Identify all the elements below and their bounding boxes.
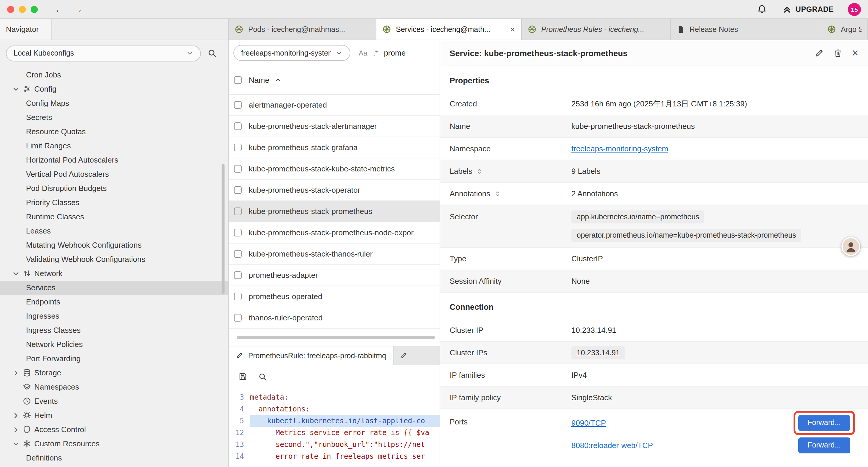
- sidebar-item-custom-resources[interactable]: Custom Resources: [0, 437, 228, 451]
- row-checkbox[interactable]: [234, 271, 242, 279]
- document-icon: [677, 25, 685, 33]
- row-checkbox[interactable]: [234, 207, 242, 215]
- horizontal-scrollbar-thumb[interactable]: [237, 336, 435, 339]
- sidebar-item-validating-webhook-configurations[interactable]: Validating Webhook Configurations: [0, 253, 228, 267]
- notification-count-badge[interactable]: 15: [848, 3, 861, 16]
- tab-release-notes[interactable]: Release Notes: [671, 19, 821, 39]
- forward-button[interactable]: →: [73, 4, 83, 14]
- maximize-window-button[interactable]: [31, 6, 38, 13]
- sidebar-item-helm[interactable]: Helm: [0, 408, 228, 423]
- row-checkbox[interactable]: [234, 229, 242, 236]
- table-row[interactable]: kube-prometheus-stack-grafana: [229, 137, 440, 158]
- close-panel-button[interactable]: ×: [852, 47, 859, 59]
- sidebar-item-vertical-pod-autoscalers[interactable]: Vertical Pod Autoscalers: [0, 167, 228, 181]
- upgrade-icon: [783, 4, 792, 14]
- select-all-checkbox[interactable]: [234, 76, 242, 84]
- sidebar-item-ingress-classes[interactable]: Ingress Classes: [0, 323, 228, 338]
- tab-argo[interactable]: Argo Se: [821, 19, 868, 39]
- yaml-editor[interactable]: 3metadata: 4 annotations: 5 kubectl.kube…: [229, 388, 440, 467]
- sidebar-item-priority-classes[interactable]: Priority Classes: [0, 196, 228, 210]
- sidebar-item-config[interactable]: Config: [0, 82, 228, 96]
- sidebar-item-resource-quotas[interactable]: Resource Quotas: [0, 125, 228, 139]
- sidebar-item-storage[interactable]: Storage: [0, 366, 228, 380]
- row-checkbox[interactable]: [234, 144, 242, 151]
- conn-row-cluster-ips: Cluster IPs 10.233.14.91: [440, 342, 868, 364]
- dock-tab-next[interactable]: [394, 346, 407, 365]
- row-checkbox[interactable]: [234, 122, 242, 130]
- close-tab-icon[interactable]: ×: [506, 25, 515, 34]
- row-checkbox[interactable]: [234, 314, 242, 322]
- upgrade-button[interactable]: UPGRADE: [783, 4, 834, 14]
- sidebar-item-ingresses[interactable]: Ingresses: [0, 309, 228, 323]
- sidebar-item-secrets[interactable]: Secrets: [0, 111, 228, 125]
- conn-row-ip-families: IP families IPv4: [440, 364, 868, 387]
- row-checkbox[interactable]: [234, 165, 242, 173]
- sidebar-item-config-maps[interactable]: Config Maps: [0, 96, 228, 111]
- row-checkbox[interactable]: [234, 250, 242, 258]
- sidebar-item-leases[interactable]: Leases: [0, 224, 228, 238]
- row-checkbox[interactable]: [234, 293, 242, 300]
- tab-prometheus-rules[interactable]: Prometheus Rules - icecheng...: [522, 19, 671, 39]
- sidebar-item-runtime-classes[interactable]: Runtime Classes: [0, 210, 228, 224]
- network-icon: [23, 269, 31, 278]
- close-window-button[interactable]: [7, 6, 14, 13]
- forward-button[interactable]: Forward...: [798, 415, 850, 431]
- kubernetes-icon: [235, 25, 243, 34]
- table-row[interactable]: kube-prometheus-stack-alertmanager: [229, 116, 440, 137]
- table-row[interactable]: alertmanager-operated: [229, 95, 440, 116]
- sidebar-item-services[interactable]: Services: [0, 281, 228, 295]
- editor-search-icon[interactable]: [258, 372, 267, 381]
- delete-button[interactable]: [833, 48, 843, 58]
- row-checkbox[interactable]: [234, 101, 242, 109]
- sidebar-item-port-forwarding[interactable]: Port Forwarding: [0, 352, 228, 366]
- sidebar-item-cron-jobs[interactable]: Cron Jobs: [0, 68, 228, 82]
- sidebar-item-access-control[interactable]: Access Control: [0, 423, 228, 437]
- table-row[interactable]: prometheus-operated: [229, 286, 440, 308]
- sidebar-item-pod-disruption-budgets[interactable]: Pod Disruption Budgets: [0, 181, 228, 196]
- sidebar-item-namespaces[interactable]: Namespaces: [0, 380, 228, 394]
- dock-tab-prometheusrule[interactable]: PrometheusRule: freeleaps-prod-rabbitmq: [229, 346, 394, 365]
- table-row[interactable]: kube-prometheus-stack-kube-state-metrics: [229, 158, 440, 180]
- sidebar-item-endpoints[interactable]: Endpoints: [0, 295, 228, 309]
- table-row[interactable]: prometheus-adapter: [229, 265, 440, 286]
- regex-toggle[interactable]: .*: [373, 49, 378, 57]
- sidebar-item-definitions[interactable]: Definitions: [0, 451, 228, 465]
- edit-button[interactable]: [814, 48, 824, 58]
- name-column-header[interactable]: Name: [249, 76, 269, 85]
- sidebar-item-network-policies[interactable]: Network Policies: [0, 338, 228, 352]
- sidebar-item-mutating-webhook-configurations[interactable]: Mutating Webhook Configurations: [0, 238, 228, 253]
- edit-icon: [236, 352, 243, 359]
- sidebar-item-limit-ranges[interactable]: Limit Ranges: [0, 139, 228, 153]
- table-row[interactable]: kube-prometheus-stack-thanos-ruler: [229, 243, 440, 265]
- match-case-toggle[interactable]: Aa: [359, 49, 367, 57]
- sidebar-scrollbar-thumb[interactable]: [222, 164, 224, 294]
- table-row[interactable]: thanos-ruler-operated: [229, 308, 440, 329]
- list-filter-row: freeleaps-monitoring-system Aa .* prome: [229, 40, 440, 66]
- sidebar-item-network[interactable]: Network: [0, 267, 228, 281]
- kubeconfig-select[interactable]: Local Kubeconfigs: [6, 45, 201, 61]
- sidebar-item-horizontal-pod-autoscalers[interactable]: Horizontal Pod Autoscalers: [0, 153, 228, 167]
- tab-pods[interactable]: Pods - icecheng@mathmas...: [229, 19, 376, 39]
- expand-collapse-icon[interactable]: [476, 168, 483, 175]
- namespace-link[interactable]: freeleaps-monitoring-system: [571, 144, 668, 153]
- notifications-bell-icon[interactable]: [757, 4, 767, 14]
- expand-collapse-icon[interactable]: [494, 190, 501, 197]
- table-row[interactable]: kube-prometheus-stack-prometheus-node-ex…: [229, 222, 440, 243]
- minimize-window-button[interactable]: [19, 6, 26, 13]
- back-button[interactable]: ←: [54, 4, 64, 14]
- search-icon[interactable]: [208, 49, 217, 58]
- namespace-filter-select[interactable]: freeleaps-monitoring-system: [234, 45, 350, 61]
- table-row-selected[interactable]: kube-prometheus-stack-prometheus: [229, 201, 440, 222]
- save-icon[interactable]: [238, 372, 248, 381]
- row-checkbox[interactable]: [234, 186, 242, 194]
- table-row[interactable]: kube-prometheus-stack-operator: [229, 180, 440, 201]
- port-link[interactable]: 8080:reloader-web/TCP: [571, 441, 653, 449]
- port-link[interactable]: 9090/TCP: [571, 418, 606, 427]
- avatar[interactable]: [841, 237, 860, 256]
- tab-services[interactable]: Services - icecheng@math... ×: [376, 19, 522, 39]
- code-line: second.","runbook_url":"https://net: [250, 439, 440, 450]
- sidebar-item-events[interactable]: Events: [0, 394, 228, 408]
- search-input[interactable]: prome: [384, 49, 406, 57]
- forward-button[interactable]: Forward...: [798, 437, 850, 453]
- traffic-lights: [7, 6, 38, 13]
